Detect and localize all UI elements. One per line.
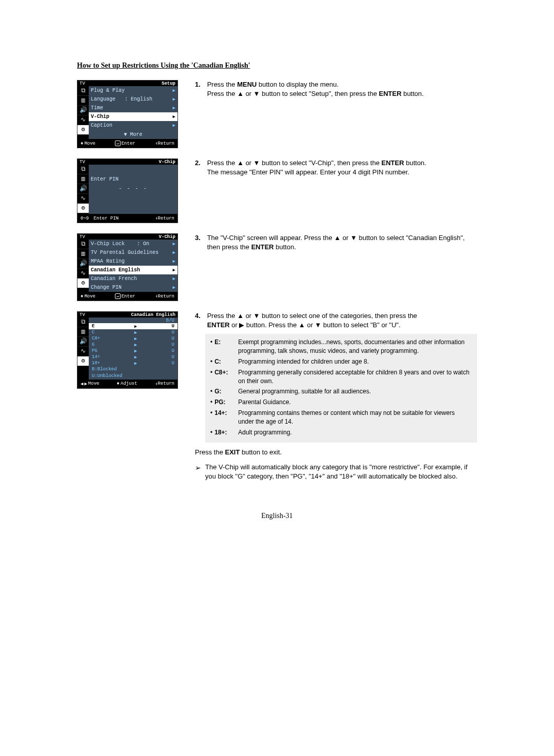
channel-icon: ∿ <box>81 270 86 276</box>
chevron-right-icon <box>173 250 175 255</box>
osd-title: V-Chip <box>159 160 175 165</box>
def-14: •14+:Programming contains themes or cont… <box>210 409 472 426</box>
step-number: 4. <box>195 311 205 321</box>
input-icon: ⧉ <box>81 88 86 94</box>
definitions-box: •E:Exempt programming includes...news, s… <box>205 334 477 443</box>
input-icon: ⧉ <box>81 319 86 325</box>
menu-item-vchip-lock[interactable]: V-Chip Lock : On <box>89 240 177 248</box>
chevron-right-icon <box>173 258 175 264</box>
exit-text: Press the EXIT button to exit. <box>195 448 477 457</box>
chevron-right-icon <box>112 354 159 360</box>
hint-move: ♦Move <box>81 293 95 299</box>
osd-title: Setup <box>162 81 175 86</box>
step-text: The "V-Chip" screen will appear. Press t… <box>207 233 477 252</box>
hint-return: ⫞Return <box>155 293 174 299</box>
channel-icon: ∿ <box>81 348 86 354</box>
picture-icon: ▥ <box>81 176 85 182</box>
osd-sidebar: ⧉ ▥ 🔊 ∿ ⚙ <box>77 240 89 292</box>
def-e: •E:Exempt programming includes...news, s… <box>210 338 472 355</box>
setup-icon: ⚙ <box>81 280 85 286</box>
pointer-icon: ➢ <box>195 463 201 473</box>
osd-sidebar: ⧉ ▥ 🔊 ∿ ⚙ <box>77 165 89 214</box>
chevron-right-icon <box>173 123 175 128</box>
setup-icon: ⚙ <box>81 358 85 364</box>
hint-09: 0~9 Enter PIN <box>81 215 118 221</box>
def-18: •18+:Adult programming. <box>210 428 472 437</box>
chevron-right-icon <box>112 330 159 335</box>
chevron-right-icon <box>112 324 159 329</box>
osd-setup: TV Setup ⧉ ▥ 🔊 ∿ ⚙ Plug & Play Language … <box>77 80 178 148</box>
menu-item-tv-parental[interactable]: TV Parental Guidelines <box>89 248 177 257</box>
hint-move-lr: Move <box>81 381 99 387</box>
menu-item-language[interactable]: Language : English <box>89 95 177 104</box>
menu-item-vchip[interactable]: V-Chip <box>89 112 177 121</box>
rating-row-pg[interactable]: PGU <box>89 348 177 354</box>
enter-pin-label: Enter PIN <box>89 175 177 184</box>
chevron-right-icon <box>173 105 175 111</box>
sound-icon: 🔊 <box>80 261 87 267</box>
pin-input[interactable]: - - - - <box>89 184 177 193</box>
rating-row-c[interactable]: CU <box>89 329 177 335</box>
picture-icon: ▥ <box>81 97 85 104</box>
osd-sidebar: ⧉ ▥ 🔊 ∿ ⚙ <box>77 86 89 139</box>
chevron-right-icon <box>173 267 175 273</box>
note: ➢ The V-Chip will automatically block an… <box>195 463 477 481</box>
rating-row-14[interactable]: 14+U <box>89 354 177 360</box>
osd-canadian-english: TV Canadian English ⧉ ▥ 🔊 ∿ ⚙ B/U EU CU <box>77 311 178 389</box>
menu-item-change-pin[interactable]: Change PIN <box>89 283 177 292</box>
step-number: 1. <box>195 80 205 89</box>
channel-icon: ∿ <box>81 117 86 123</box>
section-title: How to Set up Restrictions Using the 'Ca… <box>77 62 477 70</box>
hint-return: ⫞Return <box>155 141 174 146</box>
step-number: 2. <box>195 158 205 168</box>
hint-enter: ↵Enter <box>115 141 135 146</box>
sound-icon: 🔊 <box>80 107 87 113</box>
input-icon: ⧉ <box>81 166 86 172</box>
hint-move: ♦Move <box>81 141 95 146</box>
step-text: Press the ▲ or ▼ button to select one of… <box>207 311 477 330</box>
chevron-right-icon <box>173 276 175 282</box>
step-text: Press the MENU button to display the men… <box>207 80 477 98</box>
def-c: •C:Programming intended for children und… <box>210 357 472 366</box>
osd-sidebar: ⧉ ▥ 🔊 ∿ ⚙ <box>77 317 89 380</box>
rating-row-e[interactable]: EU <box>89 323 177 329</box>
step-number: 3. <box>195 233 205 243</box>
chevron-right-icon <box>112 342 159 348</box>
menu-item-plug-play[interactable]: Plug & Play <box>89 86 177 95</box>
chevron-right-icon <box>173 114 175 120</box>
menu-item-canadian-english[interactable]: Canadian English <box>89 266 177 274</box>
hint-adjust: ♦Adjust <box>117 381 137 387</box>
menu-more[interactable]: ▼ More <box>89 130 177 139</box>
def-pg: •PG:Parental Guidance. <box>210 398 472 407</box>
setup-icon: ⚙ <box>81 205 85 211</box>
input-icon: ⧉ <box>81 241 86 247</box>
osd-tv-label: TV <box>80 81 85 86</box>
rating-header: B/U <box>89 317 177 323</box>
sound-icon: 🔊 <box>80 186 87 192</box>
chevron-right-icon <box>173 285 175 290</box>
channel-icon: ∿ <box>81 195 86 202</box>
chevron-right-icon <box>173 88 175 93</box>
chevron-right-icon <box>112 348 159 354</box>
chevron-right-icon <box>173 96 175 102</box>
osd-tv-label: TV <box>80 234 85 240</box>
osd-enter-pin: TV V-Chip ⧉ ▥ 🔊 ∿ ⚙ Enter PIN - - - - <box>77 158 178 223</box>
menu-item-time[interactable]: Time <box>89 104 177 112</box>
rating-row-g[interactable]: GU <box>89 342 177 348</box>
legend-blocked: B:Blocked <box>89 366 177 373</box>
legend-unblocked: U:Unblocked <box>89 373 177 380</box>
rating-row-18[interactable]: 18+U <box>89 360 177 366</box>
menu-item-caption[interactable]: Caption <box>89 121 177 130</box>
setup-icon: ⚙ <box>81 127 85 133</box>
hint-enter: ↵Enter <box>115 293 135 299</box>
chevron-right-icon <box>112 336 159 342</box>
step-text: Press the ▲ or ▼ button to select "V-Chi… <box>207 158 477 177</box>
osd-title: V-Chip <box>159 234 175 240</box>
sound-icon: 🔊 <box>80 339 87 345</box>
rating-row-c8[interactable]: C8+U <box>89 335 177 342</box>
menu-item-mpaa[interactable]: MPAA Rating <box>89 257 177 266</box>
chevron-right-icon <box>173 241 175 247</box>
menu-item-canadian-french[interactable]: Canadian French <box>89 274 177 283</box>
hint-return: ⫞Return <box>155 381 174 387</box>
osd-title: Canadian English <box>131 312 175 317</box>
